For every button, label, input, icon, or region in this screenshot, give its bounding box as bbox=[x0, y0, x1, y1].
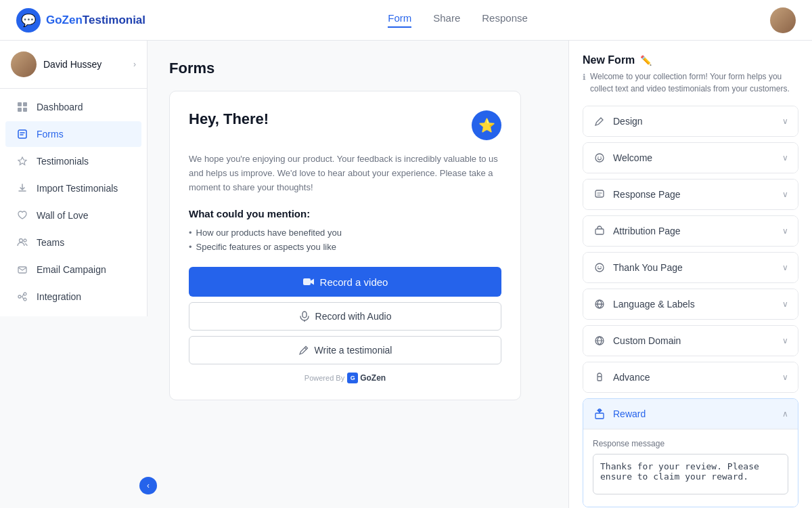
avatar[interactable] bbox=[770, 7, 796, 33]
svg-point-17 bbox=[597, 156, 599, 158]
wall-icon bbox=[16, 209, 28, 221]
accordion-reward-header[interactable]: Reward ∧ bbox=[583, 399, 798, 429]
svg-point-18 bbox=[600, 156, 602, 158]
svg-rect-0 bbox=[18, 102, 22, 106]
accordion-thankyou-header[interactable]: Thank You Page ∨ bbox=[583, 253, 798, 282]
chevron-down-icon: ∨ bbox=[782, 153, 788, 163]
sidebar-item-email[interactable]: Email Campaign bbox=[5, 257, 141, 282]
accordion-design-label: Design bbox=[613, 116, 643, 127]
main-content: Forms Hey, There! ⭐ We hope you're enjoy… bbox=[148, 41, 568, 508]
powered-by: Powered By G GoZen bbox=[189, 373, 501, 383]
top-nav: 💬 GoZenTestimonial Form Share Response bbox=[0, 0, 812, 41]
logo-area: 💬 GoZenTestimonial bbox=[16, 8, 145, 33]
accordion-thankyou: Thank You Page ∨ bbox=[583, 252, 798, 283]
app-container: 💬 GoZenTestimonial Form Share Response D… bbox=[0, 0, 812, 508]
sidebar-item-label: Integration bbox=[37, 291, 81, 302]
form-title: Hey, There! bbox=[189, 110, 269, 128]
tab-form[interactable]: Form bbox=[388, 12, 411, 28]
sidebar-item-label: Teams bbox=[37, 237, 64, 248]
chevron-down-icon: ∨ bbox=[782, 190, 788, 199]
accordion-advance-header[interactable]: Advance ∨ bbox=[583, 362, 798, 392]
language-icon bbox=[593, 297, 606, 311]
form-preview-card: Hey, There! ⭐ We hope you're enjoying ou… bbox=[169, 91, 521, 400]
chevron-down-icon: ∨ bbox=[782, 117, 788, 126]
svg-rect-2 bbox=[18, 108, 22, 112]
chevron-down-icon: ∨ bbox=[782, 373, 788, 382]
record-video-button[interactable]: Record a video bbox=[189, 267, 501, 297]
svg-rect-3 bbox=[23, 108, 27, 112]
accordion-language: Language & Labels ∨ bbox=[583, 289, 798, 320]
sidebar-item-label: Forms bbox=[37, 129, 64, 140]
accordion-response-header[interactable]: Response Page ∨ bbox=[583, 179, 798, 209]
right-panel: New Form ✏️ ℹ Welcome to your collection… bbox=[568, 41, 812, 508]
accordion-domain: Custom Domain ∨ bbox=[583, 325, 798, 356]
sidebar-collapse-button[interactable]: ‹ bbox=[139, 477, 157, 494]
svg-point-12 bbox=[24, 298, 26, 301]
svg-rect-19 bbox=[595, 190, 604, 197]
sidebar-wrapper: David Hussey › Dashboard Forms bbox=[0, 41, 148, 508]
write-testimonial-button[interactable]: Write a testimonial bbox=[189, 336, 501, 364]
form-header: Hey, There! ⭐ bbox=[189, 110, 501, 140]
accordion-domain-header[interactable]: Custom Domain ∨ bbox=[583, 326, 798, 356]
reward-icon bbox=[593, 407, 606, 421]
svg-point-11 bbox=[24, 293, 26, 295]
panel-description: ℹ Welcome to your collection form! Your … bbox=[583, 70, 798, 95]
tab-share[interactable]: Share bbox=[433, 12, 460, 28]
sidebar-item-import[interactable]: Import Testimonials bbox=[5, 175, 141, 201]
sidebar-item-label: Import Testimonials bbox=[37, 183, 118, 194]
form-bullet-1: How our products have benefited you bbox=[189, 228, 501, 238]
sidebar-item-teams[interactable]: Teams bbox=[5, 230, 141, 255]
accordion-language-label: Language & Labels bbox=[613, 299, 695, 310]
svg-rect-31 bbox=[595, 413, 604, 419]
logo-text: GoZenTestimonial bbox=[46, 14, 145, 27]
accordion-reward: Reward ∧ Response message bbox=[583, 398, 798, 507]
powered-logo: G GoZen bbox=[347, 373, 386, 383]
welcome-icon bbox=[593, 151, 606, 165]
chevron-down-icon: ∨ bbox=[782, 336, 788, 345]
import-icon bbox=[16, 182, 28, 194]
svg-point-10 bbox=[18, 295, 21, 298]
response-message-label: Response message bbox=[593, 439, 788, 448]
forms-icon bbox=[16, 128, 28, 140]
record-audio-button[interactable]: Record with Audio bbox=[189, 302, 501, 331]
response-message-textarea[interactable] bbox=[593, 454, 788, 494]
sidebar-item-label: Email Campaign bbox=[37, 264, 106, 275]
main-area: David Hussey › Dashboard Forms bbox=[0, 41, 812, 508]
svg-rect-14 bbox=[302, 312, 307, 318]
accordion-attribution: Attribution Page ∨ bbox=[583, 215, 798, 247]
edit-icon[interactable]: ✏️ bbox=[640, 55, 652, 66]
attribution-icon bbox=[593, 224, 606, 238]
sidebar-item-label: Testimonials bbox=[37, 156, 89, 167]
accordion-response-label: Response Page bbox=[613, 189, 681, 200]
sidebar-item-wall[interactable]: Wall of Love bbox=[5, 203, 141, 228]
sidebar: David Hussey › Dashboard Forms bbox=[0, 41, 148, 316]
integration-icon bbox=[16, 291, 28, 303]
panel-title-row: New Form ✏️ bbox=[583, 54, 798, 66]
form-description: We hope you're enjoying our product. You… bbox=[189, 152, 501, 194]
svg-rect-1 bbox=[23, 102, 27, 106]
page-title: Forms bbox=[169, 60, 547, 77]
svg-point-7 bbox=[20, 239, 23, 242]
sidebar-item-forms[interactable]: Forms bbox=[5, 121, 141, 147]
chevron-up-icon: ∧ bbox=[782, 409, 788, 419]
accordion-language-header[interactable]: Language & Labels ∨ bbox=[583, 289, 798, 319]
sidebar-item-testimonials[interactable]: Testimonials bbox=[5, 148, 141, 174]
accordion-design-header[interactable]: Design ∨ bbox=[583, 106, 798, 136]
svg-rect-22 bbox=[595, 229, 604, 234]
svg-rect-30 bbox=[597, 377, 602, 381]
svg-line-16 bbox=[304, 347, 307, 350]
accordion-attribution-label: Attribution Page bbox=[613, 226, 681, 236]
accordion-welcome-header[interactable]: Welcome ∨ bbox=[583, 143, 798, 173]
accordion-attribution-header[interactable]: Attribution Page ∨ bbox=[583, 216, 798, 246]
svg-point-8 bbox=[24, 239, 26, 242]
sidebar-item-integration[interactable]: Integration bbox=[5, 284, 141, 310]
design-icon bbox=[593, 114, 606, 128]
chevron-down-icon: ∨ bbox=[782, 299, 788, 309]
sidebar-chevron-icon: › bbox=[133, 60, 136, 69]
sidebar-item-dashboard[interactable]: Dashboard bbox=[5, 94, 141, 120]
sidebar-user[interactable]: David Hussey › bbox=[0, 41, 147, 89]
accordion-advance: Advance ∨ bbox=[583, 362, 798, 393]
panel-title: New Form bbox=[583, 54, 635, 66]
thankyou-icon bbox=[593, 261, 606, 274]
tab-response[interactable]: Response bbox=[482, 12, 528, 28]
